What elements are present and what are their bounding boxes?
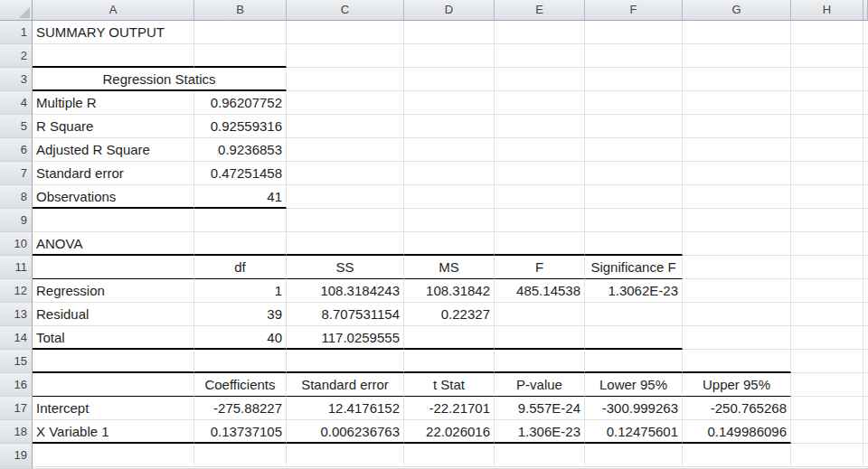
cell-h16[interactable] <box>791 373 863 397</box>
cell-b9[interactable] <box>194 209 287 232</box>
column-header-g[interactable]: G <box>683 0 791 21</box>
cell-e18[interactable]: 1.306E-23 <box>495 420 585 444</box>
cell-h7[interactable] <box>791 162 863 185</box>
row-header-13[interactable]: 13 <box>0 303 33 326</box>
cell-d1[interactable] <box>404 21 495 44</box>
cell-e14[interactable] <box>495 326 585 350</box>
cell-g1[interactable] <box>683 21 791 44</box>
row-header-10[interactable]: 10 <box>0 232 33 256</box>
cell-f17[interactable]: -300.999263 <box>585 397 683 420</box>
cell-c11[interactable]: SS <box>287 256 404 279</box>
cell-f7[interactable] <box>585 162 683 185</box>
cell-g15[interactable] <box>683 350 791 373</box>
cell-d16[interactable]: t Stat <box>404 373 495 397</box>
column-header-c[interactable]: C <box>287 0 404 21</box>
cell-e7[interactable] <box>495 162 585 185</box>
cell-f14[interactable] <box>585 326 683 350</box>
cell-g17[interactable]: -250.765268 <box>683 397 791 420</box>
cell-a18[interactable]: X Variable 1 <box>33 420 194 444</box>
cell-c7[interactable] <box>287 162 404 185</box>
cell-b4[interactable]: 0.96207752 <box>194 91 287 115</box>
cell-a1[interactable]: SUMMARY OUTPUT <box>33 21 194 44</box>
cell-e5[interactable] <box>495 115 585 138</box>
cell-e8[interactable] <box>495 185 585 209</box>
cell-c13[interactable]: 8.707531154 <box>287 303 404 326</box>
cell-e15[interactable] <box>495 350 585 373</box>
cell-e3[interactable] <box>495 68 585 91</box>
cell-a5[interactable]: R Square <box>33 115 194 138</box>
row-header-18[interactable]: 18 <box>0 420 33 444</box>
cell-e10[interactable] <box>495 232 585 256</box>
cell-h12[interactable] <box>791 279 863 303</box>
cell-e4[interactable] <box>495 91 585 115</box>
cell-d7[interactable] <box>404 162 495 185</box>
column-header-e[interactable]: E <box>495 0 585 21</box>
cell-f8[interactable] <box>585 185 683 209</box>
column-header-a[interactable]: A <box>33 0 194 21</box>
cell-b17[interactable]: -275.88227 <box>194 397 287 420</box>
cell-h5[interactable] <box>791 115 863 138</box>
cell-f4[interactable] <box>585 91 683 115</box>
cell-a7[interactable]: Standard error <box>33 162 194 185</box>
cell-c15[interactable] <box>287 350 404 373</box>
cell-g4[interactable] <box>683 91 791 115</box>
cell-b11[interactable]: df <box>194 256 287 279</box>
cell-e19[interactable] <box>495 444 585 467</box>
column-header-f[interactable]: F <box>585 0 683 21</box>
cell-g11[interactable] <box>683 256 791 279</box>
cell-e6[interactable] <box>495 138 585 162</box>
cell-a3[interactable]: Regression Statics <box>33 68 287 91</box>
cell-a9[interactable] <box>33 209 194 232</box>
cell-e16[interactable]: P-value <box>495 373 585 397</box>
row-header-4[interactable]: 4 <box>0 91 33 115</box>
cell-c1[interactable] <box>287 21 404 44</box>
cell-d5[interactable] <box>404 115 495 138</box>
cell-g5[interactable] <box>683 115 791 138</box>
cell-b8[interactable]: 41 <box>194 185 287 209</box>
cell-b6[interactable]: 0.9236853 <box>194 138 287 162</box>
cell-d2[interactable] <box>404 44 495 68</box>
cell-c12[interactable]: 108.3184243 <box>287 279 404 303</box>
cell-f19[interactable] <box>585 444 683 467</box>
column-header-b[interactable]: B <box>194 0 287 21</box>
row-header-3[interactable]: 3 <box>0 68 33 91</box>
cell-b1[interactable] <box>194 21 287 44</box>
row-header-7[interactable]: 7 <box>0 162 33 185</box>
cell-c16[interactable]: Standard error <box>287 373 404 397</box>
cell-a16[interactable] <box>33 373 194 397</box>
cell-g10[interactable] <box>683 232 791 256</box>
column-header-d[interactable]: D <box>404 0 495 21</box>
cell-b13[interactable]: 39 <box>194 303 287 326</box>
row-header-12[interactable]: 12 <box>0 279 33 303</box>
cell-b5[interactable]: 0.92559316 <box>194 115 287 138</box>
cell-f13[interactable] <box>585 303 683 326</box>
cell-c2[interactable] <box>287 44 404 68</box>
cell-a2[interactable] <box>33 44 194 68</box>
cell-h18[interactable] <box>791 420 863 444</box>
cell-f2[interactable] <box>585 44 683 68</box>
cell-b15[interactable] <box>194 350 287 373</box>
cell-b19[interactable] <box>194 444 287 467</box>
cell-d17[interactable]: -22.21701 <box>404 397 495 420</box>
cell-h17[interactable] <box>791 397 863 420</box>
row-header-15[interactable]: 15 <box>0 350 33 373</box>
cell-h15[interactable] <box>791 350 863 373</box>
cell-f5[interactable] <box>585 115 683 138</box>
cell-b18[interactable]: 0.13737105 <box>194 420 287 444</box>
cell-a17[interactable]: Intercept <box>33 397 194 420</box>
cell-h19[interactable] <box>791 444 863 467</box>
cell-d15[interactable] <box>404 350 495 373</box>
cell-f15[interactable] <box>585 350 683 373</box>
cell-f10[interactable] <box>585 232 683 256</box>
cell-h14[interactable] <box>791 326 863 350</box>
cell-h1[interactable] <box>791 21 863 44</box>
cell-b14[interactable]: 40 <box>194 326 287 350</box>
cell-h11[interactable] <box>791 256 863 279</box>
cell-c18[interactable]: 0.006236763 <box>287 420 404 444</box>
cell-d8[interactable] <box>404 185 495 209</box>
row-header-9[interactable]: 9 <box>0 209 33 232</box>
cell-e12[interactable]: 485.14538 <box>495 279 585 303</box>
cell-h9[interactable] <box>791 209 863 232</box>
cell-h4[interactable] <box>791 91 863 115</box>
cell-g7[interactable] <box>683 162 791 185</box>
